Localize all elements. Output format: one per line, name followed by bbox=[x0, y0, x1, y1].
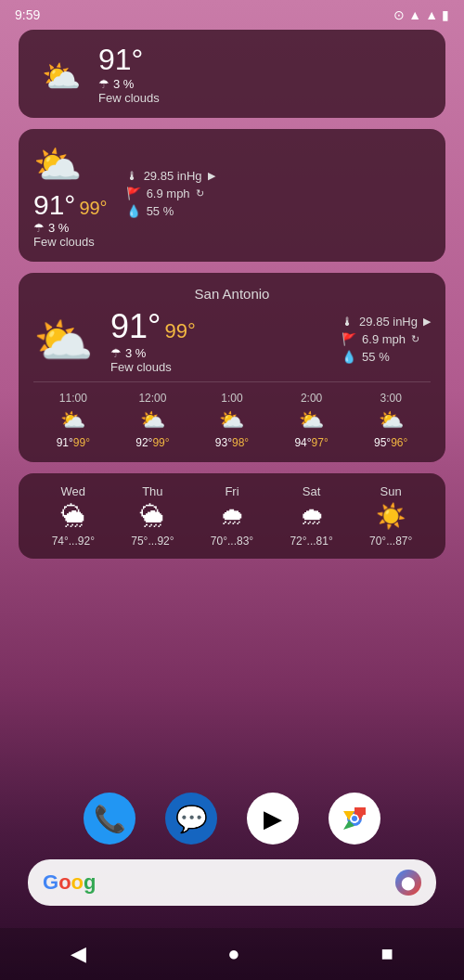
chrome-icon bbox=[340, 804, 369, 833]
weather-left-medium: ⛅ 91° 99° ☂ 3 % Few clouds bbox=[33, 142, 108, 249]
day-icon-sat: 🌧 bbox=[300, 502, 324, 531]
desc-large: Few clouds bbox=[110, 360, 332, 374]
day-wed: Wed 🌦 74°...92° bbox=[52, 484, 95, 548]
hour-4: 3:00 ⛅ 95°96° bbox=[374, 392, 407, 449]
weather-widget-medium[interactable]: ⛅ 91° 99° ☂ 3 % Few clouds 🌡 29.85 inHg … bbox=[19, 129, 445, 262]
city-name: San Antonio bbox=[33, 286, 431, 302]
weather-left-large: 91° 99° ☂ 3 % Few clouds bbox=[110, 307, 332, 374]
hour-icon-0: ⛅ bbox=[60, 408, 85, 432]
hour-0: 11:00 ⛅ 91°99° bbox=[57, 392, 90, 449]
desc-small: Few clouds bbox=[98, 91, 160, 105]
temp-hi-large: 91° bbox=[110, 307, 161, 346]
temp-lo-large: 99° bbox=[164, 319, 195, 343]
temp-hi-medium: 91° bbox=[33, 189, 75, 221]
status-bar: 9:59 ⊙ ▲ ▲ ▮ bbox=[0, 0, 464, 26]
weather-right-medium: 🌡 29.85 inHg ▶ 🚩 6.9 mph ↻ 💧 55 % bbox=[117, 169, 431, 222]
hour-icon-3: ⛅ bbox=[299, 408, 324, 432]
wind-large: 6.9 mph bbox=[362, 332, 406, 346]
day-sat: Sat 🌧 72°...81° bbox=[290, 484, 332, 548]
rain-medium: 3 % bbox=[48, 221, 69, 235]
play-store-icon[interactable]: ▶ bbox=[247, 793, 299, 845]
umbrella-icon-3: ☂ bbox=[110, 346, 122, 360]
humidity-large: 55 % bbox=[362, 350, 390, 364]
nav-bar: ◀ ● ■ bbox=[0, 928, 464, 980]
svg-point-3 bbox=[352, 816, 357, 821]
back-button[interactable]: ◀ bbox=[71, 942, 86, 966]
wind-value: 6.9 mph bbox=[147, 187, 190, 200]
weather-widget-large[interactable]: San Antonio ⛅ 91° 99° ☂ 3 % Few clouds 🌡… bbox=[19, 273, 445, 462]
phone-icon: 📞 bbox=[94, 804, 126, 834]
app-row: 📞 💬 ▶ bbox=[84, 793, 380, 845]
desc-medium: Few clouds bbox=[33, 235, 95, 249]
chrome-app-icon[interactable] bbox=[329, 793, 380, 845]
phone-app-icon[interactable]: 📞 bbox=[84, 793, 135, 845]
weather-right-large: 🌡 29.85 inHg ▶ 🚩 6.9 mph ↻ 💧 55 % bbox=[342, 315, 431, 368]
hour-2: 1:00 ⛅ 93°98° bbox=[215, 392, 249, 449]
hourly-forecast: 11:00 ⛅ 91°99° 12:00 ⛅ 92°99° 1:00 ⛅ 93°… bbox=[33, 381, 431, 449]
status-time: 9:59 bbox=[15, 7, 40, 22]
status-icons: ⊙ ▲ ▲ ▮ bbox=[393, 7, 449, 22]
google-logo: Goog bbox=[43, 870, 96, 895]
pressure-large: 29.85 inHg bbox=[359, 315, 418, 329]
hour-icon-1: ⛅ bbox=[140, 408, 165, 432]
wifi-icon: ▲ bbox=[408, 7, 421, 22]
home-button[interactable]: ● bbox=[227, 942, 239, 966]
day-sun: Sun ☀️ 70°...87° bbox=[369, 484, 412, 548]
wind-icon: 🚩 bbox=[126, 187, 141, 200]
battery-icon: ▮ bbox=[442, 7, 449, 22]
hour-3: 2:00 ⛅ 94°97° bbox=[294, 392, 328, 449]
weather-info-small: 91° ☂ 3 % Few clouds bbox=[98, 43, 160, 105]
mic-symbol: ⬤ bbox=[401, 875, 416, 890]
day-fri: Fri 🌧 70°...83° bbox=[211, 484, 253, 548]
messages-icon: 💬 bbox=[175, 804, 208, 834]
hour-icon-2: ⛅ bbox=[219, 408, 244, 432]
humidity-value: 55 % bbox=[147, 204, 174, 218]
day-icon-wed: 🌦 bbox=[61, 502, 85, 531]
signal-icon: ▲ bbox=[425, 7, 438, 22]
temps-medium: 91° 99° bbox=[33, 189, 108, 221]
day-icon-sun: ☀️ bbox=[376, 502, 406, 531]
umbrella-icon-2: ☂ bbox=[33, 221, 45, 235]
wind-icon-l: 🚩 bbox=[342, 332, 356, 346]
play-icon: ▶ bbox=[264, 805, 282, 833]
day-icon-fri: 🌧 bbox=[220, 502, 244, 531]
dock-area: 📞 💬 ▶ Goog ⬤ bbox=[0, 793, 464, 906]
search-bar[interactable]: Goog ⬤ bbox=[28, 859, 436, 906]
recents-button[interactable]: ■ bbox=[381, 942, 393, 966]
rain-small: 3 % bbox=[113, 77, 134, 91]
temp-small: 91° bbox=[98, 43, 160, 77]
umbrella-icon-1: ☂ bbox=[98, 77, 110, 91]
day-thu: Thu 🌦 75°...92° bbox=[131, 484, 174, 548]
hour-icon-4: ⛅ bbox=[379, 408, 404, 432]
day-icon-thu: 🌦 bbox=[140, 502, 164, 531]
hour-1: 12:00 ⛅ 92°99° bbox=[135, 392, 169, 449]
temp-lo-medium: 99° bbox=[79, 198, 107, 219]
rain-large: 3 % bbox=[125, 346, 146, 360]
humidity-icon-l: 💧 bbox=[342, 350, 356, 364]
weather-widget-small[interactable]: ⛅ 91° ☂ 3 % Few clouds bbox=[19, 30, 445, 118]
mic-icon[interactable]: ⬤ bbox=[395, 870, 421, 896]
pressure-value: 29.85 inHg bbox=[144, 169, 202, 183]
pressure-icon-l: 🌡 bbox=[342, 315, 354, 329]
messages-app-icon[interactable]: 💬 bbox=[165, 793, 217, 845]
humidity-icon: 💧 bbox=[126, 204, 141, 218]
pressure-icon: 🌡 bbox=[126, 169, 138, 183]
weekly-row: Wed 🌦 74°...92° Thu 🌦 75°...92° Fri 🌧 70… bbox=[33, 484, 431, 548]
weather-icon-small: ⛅ bbox=[33, 52, 89, 97]
alarm-icon: ⊙ bbox=[393, 7, 405, 22]
weather-widget-weekly[interactable]: Wed 🌦 74°...92° Thu 🌦 75°...92° Fri 🌧 70… bbox=[19, 473, 445, 559]
